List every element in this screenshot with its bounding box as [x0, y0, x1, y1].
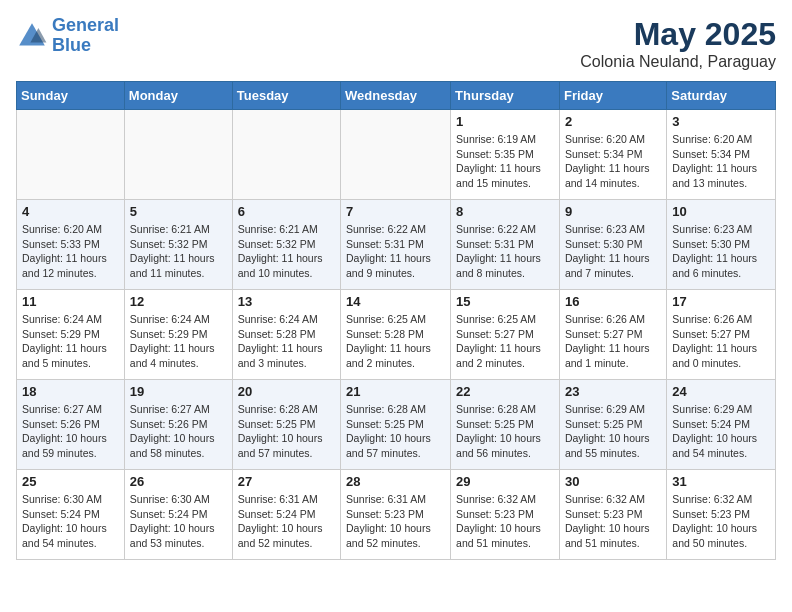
day-info: Sunrise: 6:32 AM Sunset: 5:23 PM Dayligh…: [456, 492, 554, 551]
day-number: 12: [130, 294, 227, 309]
day-number: 27: [238, 474, 335, 489]
calendar-cell: [17, 110, 125, 200]
logo-text: General Blue: [52, 16, 119, 56]
day-number: 3: [672, 114, 770, 129]
day-info: Sunrise: 6:24 AM Sunset: 5:28 PM Dayligh…: [238, 312, 335, 371]
day-info: Sunrise: 6:28 AM Sunset: 5:25 PM Dayligh…: [346, 402, 445, 461]
day-number: 17: [672, 294, 770, 309]
calendar-cell: [341, 110, 451, 200]
calendar-cell: 5Sunrise: 6:21 AM Sunset: 5:32 PM Daylig…: [124, 200, 232, 290]
calendar-cell: 19Sunrise: 6:27 AM Sunset: 5:26 PM Dayli…: [124, 380, 232, 470]
day-number: 14: [346, 294, 445, 309]
day-number: 24: [672, 384, 770, 399]
day-number: 6: [238, 204, 335, 219]
day-number: 29: [456, 474, 554, 489]
day-number: 10: [672, 204, 770, 219]
logo: General Blue: [16, 16, 119, 56]
weekday-header-cell: Saturday: [667, 82, 776, 110]
day-number: 30: [565, 474, 661, 489]
day-number: 28: [346, 474, 445, 489]
day-info: Sunrise: 6:31 AM Sunset: 5:23 PM Dayligh…: [346, 492, 445, 551]
calendar-body: 1Sunrise: 6:19 AM Sunset: 5:35 PM Daylig…: [17, 110, 776, 560]
day-info: Sunrise: 6:20 AM Sunset: 5:34 PM Dayligh…: [672, 132, 770, 191]
location-title: Colonia Neuland, Paraguay: [580, 53, 776, 71]
calendar-week-row: 4Sunrise: 6:20 AM Sunset: 5:33 PM Daylig…: [17, 200, 776, 290]
day-info: Sunrise: 6:32 AM Sunset: 5:23 PM Dayligh…: [565, 492, 661, 551]
day-info: Sunrise: 6:29 AM Sunset: 5:25 PM Dayligh…: [565, 402, 661, 461]
day-info: Sunrise: 6:28 AM Sunset: 5:25 PM Dayligh…: [456, 402, 554, 461]
day-number: 11: [22, 294, 119, 309]
day-info: Sunrise: 6:22 AM Sunset: 5:31 PM Dayligh…: [456, 222, 554, 281]
calendar-cell: 30Sunrise: 6:32 AM Sunset: 5:23 PM Dayli…: [559, 470, 666, 560]
day-info: Sunrise: 6:24 AM Sunset: 5:29 PM Dayligh…: [130, 312, 227, 371]
calendar-cell: 2Sunrise: 6:20 AM Sunset: 5:34 PM Daylig…: [559, 110, 666, 200]
day-info: Sunrise: 6:30 AM Sunset: 5:24 PM Dayligh…: [22, 492, 119, 551]
calendar-week-row: 25Sunrise: 6:30 AM Sunset: 5:24 PM Dayli…: [17, 470, 776, 560]
day-info: Sunrise: 6:32 AM Sunset: 5:23 PM Dayligh…: [672, 492, 770, 551]
calendar-cell: 4Sunrise: 6:20 AM Sunset: 5:33 PM Daylig…: [17, 200, 125, 290]
day-info: Sunrise: 6:23 AM Sunset: 5:30 PM Dayligh…: [565, 222, 661, 281]
calendar-cell: 3Sunrise: 6:20 AM Sunset: 5:34 PM Daylig…: [667, 110, 776, 200]
weekday-header-row: SundayMondayTuesdayWednesdayThursdayFrid…: [17, 82, 776, 110]
weekday-header-cell: Sunday: [17, 82, 125, 110]
title-block: May 2025 Colonia Neuland, Paraguay: [580, 16, 776, 71]
calendar-cell: 22Sunrise: 6:28 AM Sunset: 5:25 PM Dayli…: [451, 380, 560, 470]
calendar-cell: 25Sunrise: 6:30 AM Sunset: 5:24 PM Dayli…: [17, 470, 125, 560]
weekday-header-cell: Friday: [559, 82, 666, 110]
day-info: Sunrise: 6:24 AM Sunset: 5:29 PM Dayligh…: [22, 312, 119, 371]
day-number: 1: [456, 114, 554, 129]
day-info: Sunrise: 6:31 AM Sunset: 5:24 PM Dayligh…: [238, 492, 335, 551]
day-info: Sunrise: 6:25 AM Sunset: 5:27 PM Dayligh…: [456, 312, 554, 371]
calendar-cell: 6Sunrise: 6:21 AM Sunset: 5:32 PM Daylig…: [232, 200, 340, 290]
month-title: May 2025: [580, 16, 776, 53]
day-number: 23: [565, 384, 661, 399]
day-number: 16: [565, 294, 661, 309]
day-number: 8: [456, 204, 554, 219]
calendar-week-row: 18Sunrise: 6:27 AM Sunset: 5:26 PM Dayli…: [17, 380, 776, 470]
day-info: Sunrise: 6:23 AM Sunset: 5:30 PM Dayligh…: [672, 222, 770, 281]
weekday-header-cell: Tuesday: [232, 82, 340, 110]
weekday-header-cell: Monday: [124, 82, 232, 110]
day-number: 25: [22, 474, 119, 489]
calendar-cell: 10Sunrise: 6:23 AM Sunset: 5:30 PM Dayli…: [667, 200, 776, 290]
day-info: Sunrise: 6:25 AM Sunset: 5:28 PM Dayligh…: [346, 312, 445, 371]
day-info: Sunrise: 6:20 AM Sunset: 5:33 PM Dayligh…: [22, 222, 119, 281]
day-number: 5: [130, 204, 227, 219]
calendar-cell: 16Sunrise: 6:26 AM Sunset: 5:27 PM Dayli…: [559, 290, 666, 380]
day-number: 7: [346, 204, 445, 219]
calendar-week-row: 1Sunrise: 6:19 AM Sunset: 5:35 PM Daylig…: [17, 110, 776, 200]
calendar-cell: 13Sunrise: 6:24 AM Sunset: 5:28 PM Dayli…: [232, 290, 340, 380]
calendar-week-row: 11Sunrise: 6:24 AM Sunset: 5:29 PM Dayli…: [17, 290, 776, 380]
day-info: Sunrise: 6:27 AM Sunset: 5:26 PM Dayligh…: [130, 402, 227, 461]
page-header: General Blue May 2025 Colonia Neuland, P…: [16, 16, 776, 71]
calendar-cell: 26Sunrise: 6:30 AM Sunset: 5:24 PM Dayli…: [124, 470, 232, 560]
day-info: Sunrise: 6:26 AM Sunset: 5:27 PM Dayligh…: [672, 312, 770, 371]
calendar-cell: 12Sunrise: 6:24 AM Sunset: 5:29 PM Dayli…: [124, 290, 232, 380]
calendar-cell: 18Sunrise: 6:27 AM Sunset: 5:26 PM Dayli…: [17, 380, 125, 470]
day-number: 13: [238, 294, 335, 309]
weekday-header-cell: Thursday: [451, 82, 560, 110]
calendar-cell: 23Sunrise: 6:29 AM Sunset: 5:25 PM Dayli…: [559, 380, 666, 470]
calendar-cell: 27Sunrise: 6:31 AM Sunset: 5:24 PM Dayli…: [232, 470, 340, 560]
day-info: Sunrise: 6:19 AM Sunset: 5:35 PM Dayligh…: [456, 132, 554, 191]
logo-icon: [16, 20, 48, 52]
calendar-cell: [232, 110, 340, 200]
day-number: 31: [672, 474, 770, 489]
calendar-cell: 31Sunrise: 6:32 AM Sunset: 5:23 PM Dayli…: [667, 470, 776, 560]
calendar-cell: 1Sunrise: 6:19 AM Sunset: 5:35 PM Daylig…: [451, 110, 560, 200]
day-info: Sunrise: 6:22 AM Sunset: 5:31 PM Dayligh…: [346, 222, 445, 281]
calendar-cell: 29Sunrise: 6:32 AM Sunset: 5:23 PM Dayli…: [451, 470, 560, 560]
day-info: Sunrise: 6:29 AM Sunset: 5:24 PM Dayligh…: [672, 402, 770, 461]
day-info: Sunrise: 6:21 AM Sunset: 5:32 PM Dayligh…: [238, 222, 335, 281]
day-number: 26: [130, 474, 227, 489]
day-info: Sunrise: 6:28 AM Sunset: 5:25 PM Dayligh…: [238, 402, 335, 461]
calendar-cell: 14Sunrise: 6:25 AM Sunset: 5:28 PM Dayli…: [341, 290, 451, 380]
calendar-cell: [124, 110, 232, 200]
day-number: 20: [238, 384, 335, 399]
day-number: 9: [565, 204, 661, 219]
day-number: 18: [22, 384, 119, 399]
day-info: Sunrise: 6:20 AM Sunset: 5:34 PM Dayligh…: [565, 132, 661, 191]
calendar-cell: 9Sunrise: 6:23 AM Sunset: 5:30 PM Daylig…: [559, 200, 666, 290]
day-info: Sunrise: 6:27 AM Sunset: 5:26 PM Dayligh…: [22, 402, 119, 461]
calendar-cell: 15Sunrise: 6:25 AM Sunset: 5:27 PM Dayli…: [451, 290, 560, 380]
